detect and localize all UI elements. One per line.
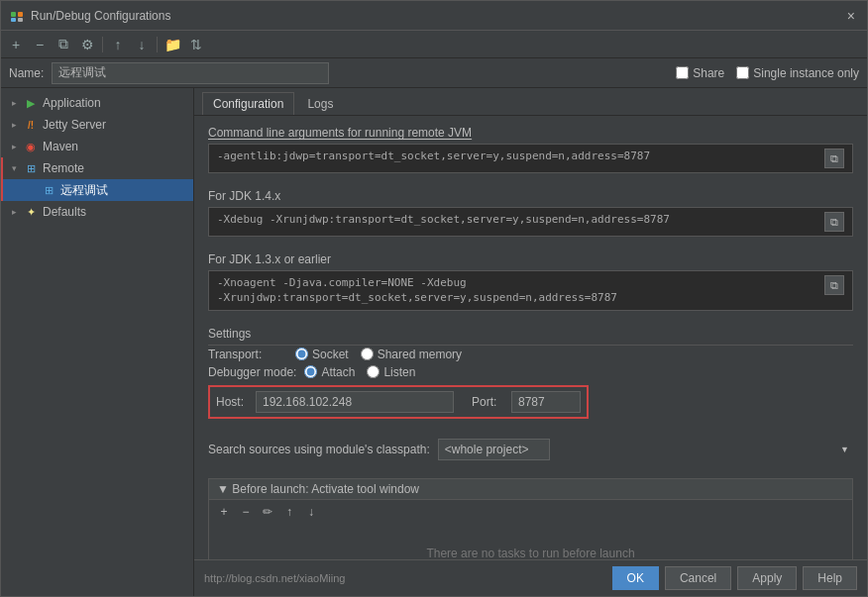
transport-row: Transport: Socket Shared memory [208, 348, 853, 361]
transport-memory-radio[interactable] [361, 348, 374, 360]
debugger-mode-radio-group: Attach Listen [304, 365, 415, 379]
attach-radio[interactable] [304, 365, 317, 378]
sidebar-item-remote[interactable]: ▾ ⊞ Remote [1, 157, 193, 179]
single-instance-checkbox-label[interactable]: Single instance only [736, 66, 859, 80]
sidebar-item-jetty[interactable]: ▸ /! Jetty Server [1, 114, 193, 136]
transport-label: Transport: [208, 348, 287, 361]
transport-memory-label[interactable]: Shared memory [361, 348, 462, 361]
sidebar-item-maven[interactable]: ▸ ◉ Maven [1, 136, 193, 157]
cancel-button[interactable]: Cancel [665, 566, 731, 590]
move-down-button[interactable]: ↓ [131, 34, 153, 55]
before-launch-header: ▼ Before launch: Activate tool window [209, 479, 852, 499]
settings-title: Settings [208, 327, 853, 341]
transport-radio-group: Socket Shared memory [295, 348, 462, 361]
arrow-remote: ▾ [9, 163, 19, 173]
port-input[interactable] [511, 391, 581, 413]
maven-icon: ◉ [23, 139, 39, 154]
port-label: Port: [472, 395, 501, 409]
name-input[interactable] [52, 62, 329, 84]
help-button[interactable]: Help [803, 566, 857, 590]
copy-jdk13-btn[interactable]: ⧉ [824, 275, 844, 295]
cmd-args-title: Command line arguments for running remot… [208, 126, 853, 140]
close-button[interactable]: × [843, 6, 859, 26]
before-launch-body: There are no tasks to run before launch [209, 524, 852, 559]
copy-jdk14-btn[interactable]: ⧉ [824, 212, 844, 232]
sidebar-label-remote: Remote [43, 161, 84, 175]
single-instance-checkbox[interactable] [736, 66, 749, 79]
toolbar-separator [102, 37, 103, 52]
toolbar: + − ⧉ ⚙ ↑ ↓ 📁 ⇅ [1, 31, 867, 58]
sidebar: ▸ ▶ Application ▸ /! Jetty Server ▸ ◉ Ma… [1, 88, 194, 596]
remote-icon: ⊞ [23, 160, 39, 176]
debugger-mode-row: Debugger mode: Attach Listen [208, 365, 853, 379]
folder-button[interactable]: 📁 [162, 34, 183, 55]
sidebar-label-maven: Maven [43, 140, 78, 153]
sidebar-item-yuancheng[interactable]: ⊞ 远程调试 [1, 179, 193, 201]
jdk13-title: For JDK 1.3.x or earlier [208, 252, 853, 266]
add-task-btn[interactable]: + [215, 503, 233, 521]
copy-button[interactable]: ⧉ [53, 34, 74, 55]
run-debug-configurations-window: Run/Debug Configurations × + − ⧉ ⚙ ↑ ↓ 📁… [0, 0, 868, 597]
cmd-args-value: -agentlib:jdwp=transport=dt_socket,serve… [217, 149, 820, 163]
debugger-mode-label: Debugger mode: [208, 365, 296, 379]
add-button[interactable]: + [5, 34, 27, 55]
remove-button[interactable]: − [29, 34, 51, 55]
jdk14-title: For JDK 1.4.x [208, 189, 853, 203]
bottom-bar: http://blog.csdn.net/xiaoMiing OK Cancel… [194, 559, 867, 596]
host-input[interactable] [256, 391, 454, 413]
move-down-task-btn[interactable]: ↓ [302, 503, 320, 521]
share-checkbox[interactable] [676, 66, 689, 79]
apply-button[interactable]: Apply [737, 566, 797, 590]
sidebar-label-defaults: Defaults [43, 205, 86, 219]
before-launch-section: ▼ Before launch: Activate tool window + … [208, 478, 853, 559]
main-content: ▸ ▶ Application ▸ /! Jetty Server ▸ ◉ Ma… [1, 88, 867, 596]
jdk14-box: -Xdebug -Xrunjdwp:transport=dt_socket,se… [208, 207, 853, 237]
sort-button[interactable]: ⇅ [185, 34, 207, 55]
name-bar: Name: Share Single instance only [1, 58, 867, 88]
before-launch-empty-text: There are no tasks to run before launch [426, 547, 634, 559]
watermark-text: http://blog.csdn.net/xiaoMiing [204, 572, 345, 584]
toolbar-separator-2 [157, 37, 158, 52]
jdk13-section: For JDK 1.3.x or earlier -Xnoagent -Djav… [208, 252, 853, 311]
move-up-button[interactable]: ↑ [107, 34, 129, 55]
classpath-label: Search sources using module's classpath: [208, 443, 430, 456]
settings-section: Settings Transport: Socket [208, 327, 853, 419]
ok-button[interactable]: OK [612, 566, 659, 590]
sidebar-label-jetty: Jetty Server [43, 118, 106, 132]
arrow-maven: ▸ [9, 142, 19, 151]
application-icon: ▶ [23, 95, 39, 111]
window-icon [9, 8, 25, 24]
jetty-icon: /! [23, 117, 39, 133]
svg-rect-3 [18, 18, 23, 22]
gear-button[interactable]: ⚙ [76, 34, 98, 55]
sidebar-label-yuancheng: 远程调试 [60, 182, 108, 199]
defaults-icon: ✦ [23, 204, 39, 220]
transport-socket-label[interactable]: Socket [295, 348, 349, 361]
share-checkbox-label[interactable]: Share [676, 66, 724, 80]
edit-task-btn[interactable]: ✏ [259, 503, 276, 521]
host-port-row: Host: Port: [208, 385, 589, 419]
arrow-jetty: ▸ [9, 120, 19, 130]
jdk14-section: For JDK 1.4.x -Xdebug -Xrunjdwp:transpor… [208, 189, 853, 237]
attach-label[interactable]: Attach [304, 365, 355, 379]
tabs: Configuration Logs [194, 88, 867, 116]
name-label: Name: [9, 66, 44, 80]
cmd-args-box: -agentlib:jdwp=transport=dt_socket,serve… [208, 144, 853, 173]
remove-task-btn[interactable]: − [237, 503, 255, 521]
transport-socket-radio[interactable] [295, 348, 308, 360]
svg-rect-0 [11, 12, 16, 17]
tab-configuration[interactable]: Configuration [202, 92, 294, 115]
sidebar-item-defaults[interactable]: ▸ ✦ Defaults [1, 201, 193, 223]
tab-logs[interactable]: Logs [296, 92, 344, 115]
jdk14-value: -Xdebug -Xrunjdwp:transport=dt_socket,se… [217, 212, 820, 227]
cmd-args-section: Command line arguments for running remot… [208, 126, 853, 173]
classpath-select-wrapper: <whole project> [438, 439, 853, 460]
move-up-task-btn[interactable]: ↑ [280, 503, 298, 521]
debug-icon: ⊞ [41, 182, 56, 198]
classpath-row: Search sources using module's classpath:… [208, 439, 853, 460]
listen-radio[interactable] [367, 365, 380, 378]
classpath-select[interactable]: <whole project> [438, 439, 550, 460]
listen-label[interactable]: Listen [367, 365, 415, 379]
sidebar-item-application[interactable]: ▸ ▶ Application [1, 92, 193, 114]
copy-cmd-btn[interactable]: ⧉ [824, 149, 844, 168]
